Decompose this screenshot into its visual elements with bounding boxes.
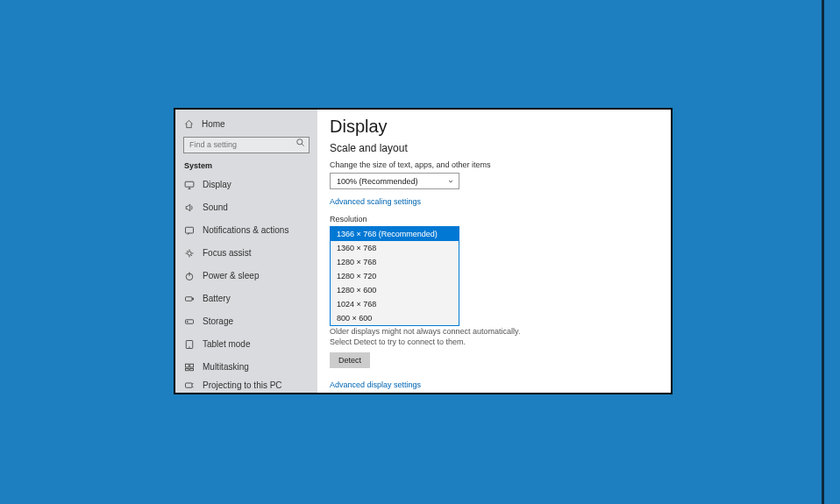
- svg-rect-5: [186, 296, 193, 301]
- resolution-option[interactable]: 1360 × 768: [331, 241, 459, 255]
- notifications-icon: [184, 225, 195, 236]
- resolution-option[interactable]: 1280 × 768: [331, 255, 459, 269]
- detect-button[interactable]: Detect: [330, 352, 370, 368]
- sidebar-item-label: Notifications & actions: [203, 225, 288, 235]
- sidebar-item-label: Display: [203, 180, 231, 189]
- svg-rect-10: [186, 364, 189, 367]
- section-label: System: [175, 161, 317, 174]
- sidebar-item-label: Storage: [203, 316, 233, 326]
- sidebar-item-battery[interactable]: Battery: [175, 287, 317, 310]
- page-title: Display: [330, 117, 657, 137]
- main-content: Display Scale and layout Change the size…: [317, 110, 671, 393]
- chevron-down-icon: [447, 178, 454, 185]
- scale-dropdown[interactable]: 100% (Recommended): [330, 173, 459, 189]
- svg-point-3: [188, 251, 192, 255]
- sound-icon: [184, 202, 195, 213]
- svg-rect-1: [185, 181, 194, 187]
- sidebar-item-label: Focus assist: [203, 248, 252, 258]
- decorative-stripe: [822, 0, 824, 504]
- sidebar-item-projecting[interactable]: Projecting to this PC: [175, 379, 317, 394]
- svg-point-0: [297, 139, 303, 145]
- scale-value: 100% (Recommended): [337, 177, 418, 186]
- svg-rect-12: [186, 368, 189, 370]
- sidebar-item-focus[interactable]: Focus assist: [175, 242, 317, 265]
- svg-point-8: [187, 321, 188, 322]
- resolution-dropdown-open[interactable]: 1366 × 768 (Recommended) 1360 × 768 1280…: [330, 226, 459, 326]
- advanced-display-link[interactable]: Advanced display settings: [330, 380, 657, 389]
- svg-rect-14: [186, 383, 193, 387]
- sidebar: Home System Display Sound Notifications …: [175, 110, 317, 393]
- section-subtitle: Scale and layout: [330, 142, 657, 154]
- search-input[interactable]: [183, 137, 310, 153]
- projecting-icon: [184, 380, 195, 391]
- svg-rect-2: [186, 227, 194, 233]
- multitask-icon: [184, 362, 195, 373]
- sidebar-item-label: Sound: [203, 202, 228, 212]
- power-icon: [184, 271, 195, 281]
- sidebar-item-tablet[interactable]: Tablet mode: [175, 333, 317, 356]
- sidebar-item-sound[interactable]: Sound: [175, 196, 317, 219]
- battery-icon: [184, 294, 195, 304]
- detect-help-text: Older displays might not always connect …: [330, 327, 531, 347]
- sidebar-item-multitasking[interactable]: Multitasking: [175, 356, 317, 379]
- resolution-option[interactable]: 1366 × 768 (Recommended): [331, 227, 459, 241]
- home-label: Home: [202, 119, 225, 129]
- sidebar-item-power[interactable]: Power & sleep: [175, 265, 317, 287]
- sidebar-item-label: Projecting to this PC: [203, 380, 282, 390]
- sidebar-item-label: Multitasking: [203, 362, 249, 372]
- sidebar-item-display[interactable]: Display: [175, 174, 317, 196]
- resolution-option[interactable]: 1280 × 600: [331, 283, 459, 297]
- resolution-option[interactable]: 1280 × 720: [331, 269, 459, 283]
- resolution-option[interactable]: 800 × 600: [331, 311, 459, 325]
- sidebar-item-label: Tablet mode: [203, 339, 250, 349]
- search-container: [183, 135, 310, 153]
- settings-window: Home System Display Sound Notifications …: [174, 108, 673, 394]
- storage-icon: [184, 316, 195, 327]
- search-icon: [295, 138, 305, 147]
- resolution-option[interactable]: 1024 × 768: [331, 297, 459, 311]
- svg-rect-6: [192, 298, 193, 300]
- home-nav[interactable]: Home: [175, 115, 317, 135]
- advanced-scaling-link[interactable]: Advanced scaling settings: [330, 197, 657, 206]
- svg-rect-11: [190, 364, 194, 367]
- sidebar-item-notifications[interactable]: Notifications & actions: [175, 219, 317, 242]
- scale-label: Change the size of text, apps, and other…: [330, 160, 657, 169]
- sidebar-item-label: Power & sleep: [203, 271, 259, 280]
- display-icon: [184, 180, 195, 190]
- svg-rect-13: [190, 368, 194, 370]
- sidebar-item-storage[interactable]: Storage: [175, 310, 317, 333]
- tablet-icon: [184, 339, 195, 350]
- sidebar-item-label: Battery: [203, 294, 231, 303]
- home-icon: [184, 119, 194, 129]
- resolution-label: Resolution: [330, 215, 657, 224]
- focus-icon: [184, 248, 195, 259]
